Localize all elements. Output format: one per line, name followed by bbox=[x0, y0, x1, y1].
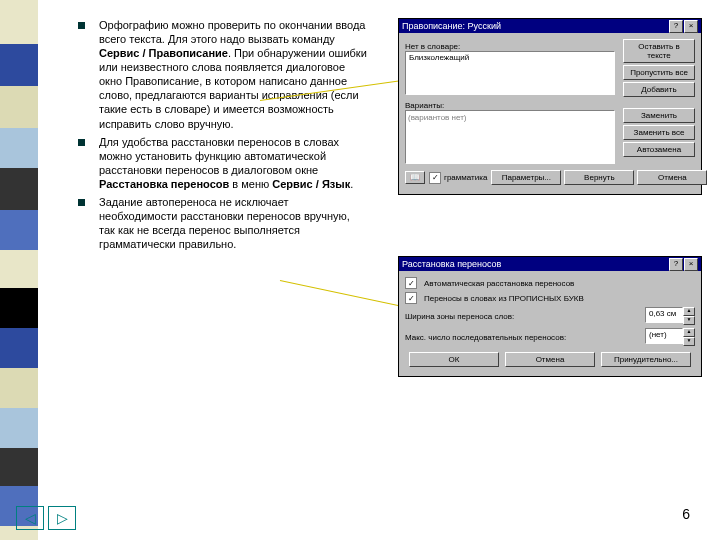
spell-button[interactable]: Добавить bbox=[623, 82, 695, 97]
zone-width-stepper[interactable]: 0,63 см▲▼ bbox=[645, 307, 695, 325]
bullet-item: Орфографию можно проверить по окончании … bbox=[78, 18, 368, 131]
page-number: 6 bbox=[682, 506, 690, 522]
bullet-item: Задание автопереноса не исключает необхо… bbox=[78, 195, 368, 251]
help-icon[interactable]: ? bbox=[669, 258, 683, 271]
spell-button[interactable]: Заменить все bbox=[623, 125, 695, 140]
word-input[interactable]: Близколежащий bbox=[405, 51, 615, 95]
hyphen-button[interactable]: Отмена bbox=[505, 352, 595, 367]
close-icon[interactable]: × bbox=[684, 20, 698, 33]
dialog-title: Правописание: Русский bbox=[402, 21, 501, 31]
book-icon[interactable]: 📖 bbox=[405, 171, 425, 184]
hyphen-button[interactable]: Принудительно... bbox=[601, 352, 691, 367]
close-icon[interactable]: × bbox=[684, 258, 698, 271]
next-arrow-icon[interactable]: ▷ bbox=[48, 506, 76, 530]
dialog-titlebar: Расстановка переносов ? × bbox=[399, 257, 701, 271]
spell-bottom-button[interactable]: Параметры... bbox=[491, 170, 561, 185]
spell-button[interactable]: Заменить bbox=[623, 108, 695, 123]
prev-arrow-icon[interactable]: ◁ bbox=[16, 506, 44, 530]
dialog-titlebar: Правописание: Русский ? × bbox=[399, 19, 701, 33]
hyphenation-dialog: Расстановка переносов ? × ✓Автоматическа… bbox=[398, 256, 702, 377]
not-in-dict-label: Нет в словаре: bbox=[405, 42, 615, 51]
dialog-title: Расстановка переносов bbox=[402, 259, 501, 269]
spell-bottom-button[interactable]: Вернуть bbox=[564, 170, 634, 185]
spell-bottom-button[interactable]: Отмена bbox=[637, 170, 707, 185]
grammar-label: грамматика bbox=[444, 173, 487, 182]
variants-list[interactable]: (вариантов нет) bbox=[405, 110, 615, 164]
spell-button[interactable]: Пропустить все bbox=[623, 65, 695, 80]
grammar-checkbox[interactable]: ✓ bbox=[429, 172, 441, 184]
spell-button[interactable]: Автозамена bbox=[623, 142, 695, 157]
max-hyphens-stepper[interactable]: (нет)▲▼ bbox=[645, 328, 695, 346]
spell-button[interactable]: Оставить в тексте bbox=[623, 39, 695, 63]
spellcheck-dialog: Правописание: Русский ? × Нет в словаре:… bbox=[398, 18, 702, 195]
hyphen-button[interactable]: ОК bbox=[409, 352, 499, 367]
help-icon[interactable]: ? bbox=[669, 20, 683, 33]
auto-hyphen-checkbox[interactable]: ✓ bbox=[405, 277, 417, 289]
caps-hyphen-checkbox[interactable]: ✓ bbox=[405, 292, 417, 304]
variants-label: Варианты: bbox=[405, 101, 615, 110]
bullet-item: Для удобства расстановки переносов в сло… bbox=[78, 135, 368, 191]
